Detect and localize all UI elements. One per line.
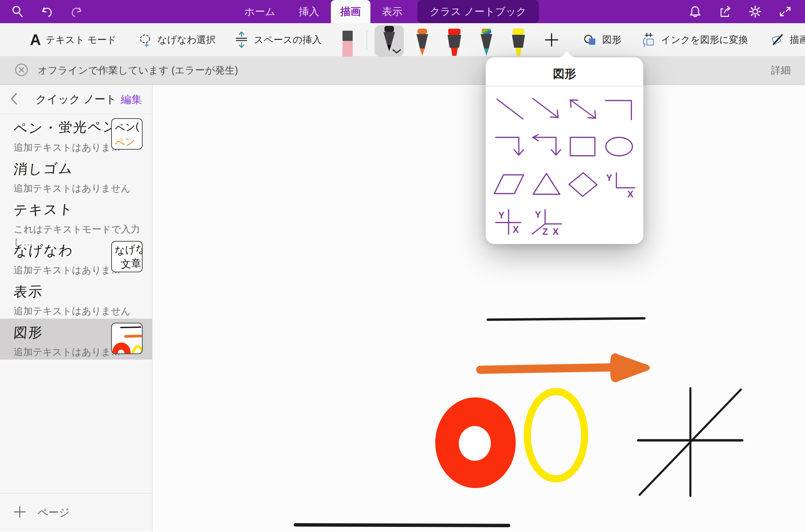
edit-button[interactable]: 編集 <box>121 92 142 107</box>
orange-pen-tool[interactable] <box>414 27 430 57</box>
shapes-icon <box>583 32 598 47</box>
page-thumbnail: ペン( ペン <box>111 118 143 150</box>
ink-crossed-axes <box>638 388 742 496</box>
shape-corner-left-down-arrow[interactable] <box>528 128 565 166</box>
draw-mode-icon <box>770 32 785 47</box>
shape-ellipse[interactable] <box>601 128 638 166</box>
lasso-select-button[interactable]: なげなわ選択 <box>138 32 216 47</box>
fullscreen-expand-icon[interactable] <box>778 4 793 19</box>
offline-error-icon <box>14 63 29 78</box>
lasso-icon <box>138 32 153 47</box>
ink-red-donut <box>435 397 516 488</box>
offline-banner: オフラインで作業しています (エラーが発生) 詳細 <box>0 57 805 85</box>
page-item-eraser[interactable]: 消しゴム 追加テキストはありません <box>0 155 152 196</box>
tab-class-notebook[interactable]: クラス ノートブック <box>418 0 539 23</box>
svg-text:X: X <box>513 225 519 235</box>
insert-space-icon <box>234 32 249 47</box>
ink-to-shape-button[interactable]: インクを図形に変換 <box>641 32 748 47</box>
search-icon[interactable] <box>10 4 25 19</box>
shape-line-diagonal[interactable] <box>492 91 528 128</box>
shape-parallelogram[interactable] <box>492 166 528 203</box>
draw-ribbon: A テキスト モード なげなわ選択 スペースの挿入 <box>0 23 805 57</box>
add-page-button[interactable]: ページ <box>0 493 152 532</box>
popup-title: 図形 <box>486 57 643 82</box>
notifications-bell-icon[interactable] <box>688 4 703 19</box>
page-item-text[interactable]: テキスト これはテキストモードで入力し… <box>0 196 152 237</box>
shape-axes-xyz-3d[interactable]: YZX <box>528 203 565 241</box>
svg-text:X: X <box>627 189 633 198</box>
svg-text:Y: Y <box>606 173 612 183</box>
share-icon[interactable] <box>718 4 733 19</box>
undo-icon[interactable] <box>40 4 55 19</box>
tab-draw[interactable]: 描画 <box>331 0 370 23</box>
insert-space-label: スペースの挿入 <box>254 33 322 46</box>
shape-corner-down-arrow[interactable] <box>492 128 528 166</box>
insert-space-button[interactable]: スペースの挿入 <box>234 32 322 47</box>
ink-strokes <box>152 85 805 532</box>
ink-yellow-ellipse <box>527 392 585 479</box>
shape-grid: YX YX YZX <box>492 91 637 241</box>
settings-gear-icon[interactable] <box>748 4 763 19</box>
ink-orange-arrow <box>480 353 650 382</box>
shape-axes-xy-cross[interactable]: YX <box>492 203 528 241</box>
page-list-sidebar: クイック ノート 編集 ペン・蛍光ペン 追加テキストはありま… ペン( ペン 消… <box>0 85 152 532</box>
ink-to-shape-icon <box>641 32 656 47</box>
text-mode-a-icon: A <box>30 32 41 47</box>
svg-text:Y: Y <box>498 210 504 221</box>
svg-text:Y: Y <box>535 210 541 220</box>
shape-triangle[interactable] <box>528 166 565 203</box>
draw-mode-button[interactable]: 描画モード <box>770 32 805 47</box>
shapes-popup: 図形 <box>486 57 643 244</box>
page-item-view[interactable]: 表示 追加テキストはありません <box>0 278 152 319</box>
yellow-highlighter-tool[interactable] <box>510 27 527 57</box>
ink-black-line-bottom <box>295 525 509 526</box>
add-page-label: ページ <box>38 505 70 520</box>
add-pen-button[interactable] <box>544 32 559 48</box>
rainbow-pen-tool[interactable] <box>478 27 495 57</box>
ink-black-line-top <box>488 318 644 320</box>
top-app-bar: ホーム 挿入 描画 表示 クラス ノートブック <box>0 0 805 23</box>
shape-axes-yx-corner[interactable]: YX <box>601 166 638 203</box>
svg-text:X: X <box>553 227 559 235</box>
redo-icon[interactable] <box>69 4 84 19</box>
page-item-shapes-selected[interactable]: 図形 追加テキストはありま… <box>0 319 152 360</box>
black-pen-tool-selected[interactable] <box>375 25 404 57</box>
pen-tray <box>322 23 559 57</box>
page-item-lasso[interactable]: なげなわ 追加テキストはありま… なげな 文章を <box>0 237 152 278</box>
tab-view[interactable]: 表示 <box>370 0 414 23</box>
ribbon-tabs: ホーム 挿入 描画 表示 クラス ノートブック <box>233 0 539 23</box>
popup-divider <box>486 86 643 86</box>
offline-details-button[interactable]: 詳細 <box>771 64 791 77</box>
page-item-pen[interactable]: ペン・蛍光ペン 追加テキストはありま… ペン( ペン <box>0 114 152 155</box>
shape-rectangle[interactable] <box>565 128 601 166</box>
shapes-button[interactable]: 図形 <box>583 32 621 47</box>
offline-message: オフラインで作業しています (エラーが発生) <box>38 64 238 77</box>
page-thumbnail <box>111 323 143 354</box>
draw-mode-label: 描画モード <box>790 33 805 46</box>
shape-corner-right-down[interactable] <box>601 91 638 128</box>
eraser-tool[interactable] <box>341 29 354 57</box>
page-thumbnail: なげな 文章を <box>111 241 143 272</box>
tab-home[interactable]: ホーム <box>233 0 287 23</box>
red-marker-tool[interactable] <box>445 27 463 57</box>
text-mode-button[interactable]: A テキスト モード <box>30 32 117 47</box>
pen-options-chevron-down-icon[interactable] <box>392 49 401 55</box>
shape-diamond[interactable] <box>565 166 601 203</box>
svg-text:Z: Z <box>542 227 548 235</box>
drawing-canvas[interactable] <box>152 85 805 532</box>
shape-arrow-diagonal[interactable] <box>528 91 565 128</box>
lasso-label: なげなわ選択 <box>158 33 216 46</box>
tab-insert[interactable]: 挿入 <box>287 0 331 23</box>
shapes-label: 図形 <box>602 33 621 46</box>
pen-divider <box>367 30 367 49</box>
text-mode-label: テキスト モード <box>46 33 117 46</box>
ink-to-shape-label: インクを図形に変換 <box>661 33 748 46</box>
shape-arrow-double-diagonal[interactable] <box>565 91 601 128</box>
sidebar-header: クイック ノート 編集 <box>0 85 152 114</box>
popup-callout-notch <box>556 50 578 58</box>
page-list: ペン・蛍光ペン 追加テキストはありま… ペン( ペン 消しゴム 追加テキストはあ… <box>0 114 152 493</box>
plus-icon <box>14 506 26 519</box>
